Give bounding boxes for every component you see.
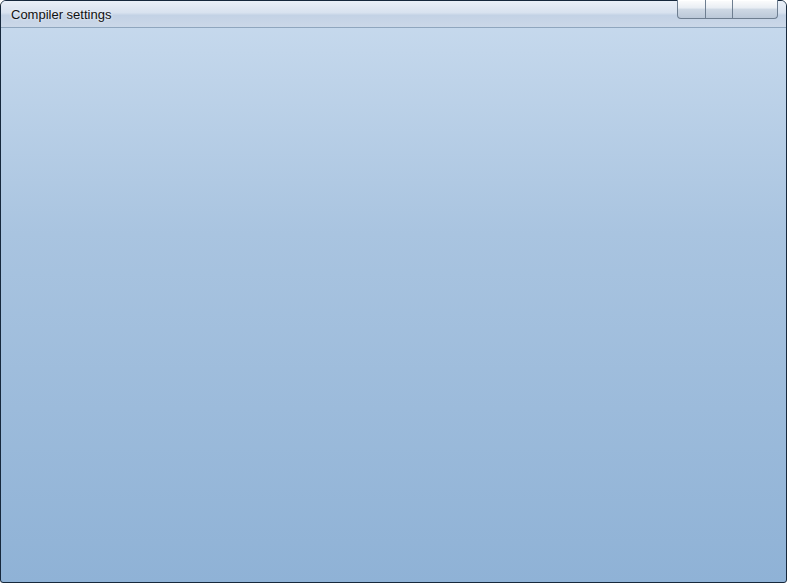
window-frame [0, 0, 787, 583]
window-controls [677, 0, 778, 19]
window-titlebar: Compiler settings [1, 1, 786, 28]
maximize-button[interactable] [706, 0, 733, 19]
minimize-button[interactable] [677, 0, 706, 19]
window-title: Compiler settings [11, 7, 111, 22]
compiler-settings-dialog: Compiler settings Global compiler settin… [0, 0, 787, 583]
close-button[interactable] [733, 0, 778, 19]
